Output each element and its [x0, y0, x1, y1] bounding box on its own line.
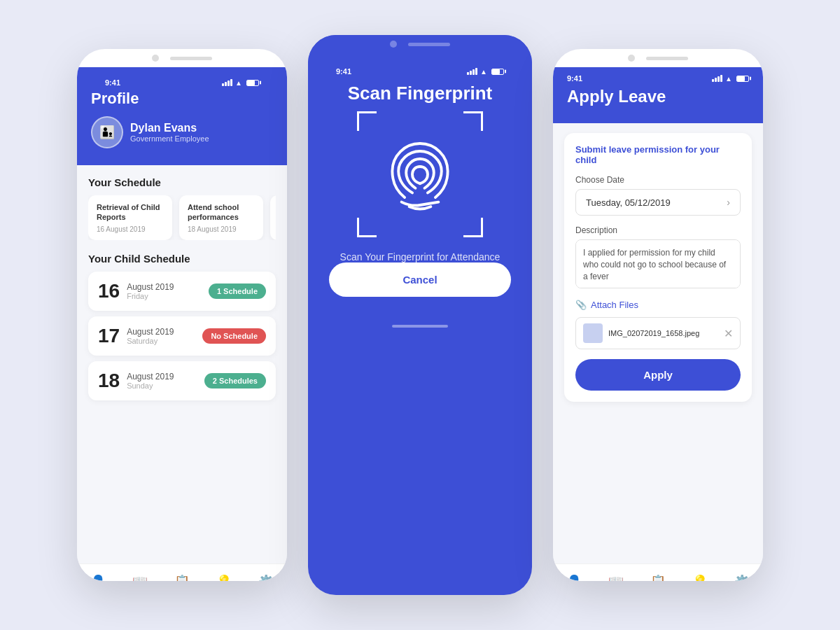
fp-area: Scan Your Fingerprint for Attendance: [340, 111, 500, 262]
time-1: 9:41: [105, 78, 120, 87]
date-month-1: August 2019: [127, 327, 174, 337]
date-month-2: August 2019: [127, 372, 174, 382]
nav-settings[interactable]: ⚙️: [255, 571, 276, 581]
badge-1: No Schedule: [202, 328, 266, 344]
status-bar-3: 9:41 ▲: [567, 74, 749, 87]
phone-profile: 9:41 ▲ Profile 👨‍👦 Dylan Evans: [77, 49, 287, 581]
child-schedule-item-1[interactable]: 17 August 2019 Saturday No Schedule: [88, 316, 276, 356]
nav-bulb-3[interactable]: 💡: [690, 571, 710, 581]
corner-bl: [357, 218, 377, 237]
schedule-card-title-1: Attend school performances: [188, 202, 255, 223]
description-input[interactable]: I applied for permission for my child wh…: [575, 239, 741, 288]
status-icons-3: ▲: [712, 75, 749, 83]
status-bar-2: 9:41 ▲: [329, 67, 511, 83]
corner-tl: [357, 111, 377, 131]
child-schedule-item-2[interactable]: 18 August 2019 Sunday 2 Schedules: [88, 361, 276, 400]
phone-fingerprint: 9:41 ▲ Scan Fingerprint: [308, 35, 532, 595]
avatar: 👨‍👦: [91, 116, 123, 148]
nav-profile[interactable]: 👤: [88, 571, 108, 581]
camera-dot: [152, 55, 159, 62]
bottom-nav-3: 👤 📖 📋 💡 ⚙️: [553, 564, 763, 581]
user-role: Government Employee: [130, 134, 209, 143]
wifi-icon-2: ▲: [480, 68, 487, 76]
date-num-1: 17: [98, 325, 120, 347]
leave-form-card: Submit leave permission for your child C…: [564, 133, 752, 402]
remove-file-button[interactable]: ✕: [724, 327, 733, 340]
submit-text: Submit leave permission for your child: [575, 144, 741, 165]
nav-list[interactable]: 📋: [172, 571, 192, 581]
camera-dot-3: [628, 55, 635, 62]
battery-icon-2: [491, 69, 504, 75]
nav-list-3[interactable]: 📋: [648, 571, 668, 581]
schedule-card-0[interactable]: Retrieval of Child Reports 16 August 201…: [88, 195, 172, 240]
fp-frame: [357, 111, 483, 237]
fp-title: Scan Fingerprint: [348, 83, 493, 104]
signal-icon-3: [712, 75, 722, 82]
apply-button[interactable]: Apply: [575, 359, 741, 391]
user-name: Dylan Evans: [130, 122, 209, 134]
corner-tr: [463, 111, 483, 131]
status-icons-2: ▲: [467, 68, 504, 76]
badge-2: 2 Schedules: [204, 373, 266, 388]
signal-icon: [222, 79, 232, 86]
date-day-2: Sunday: [127, 382, 174, 390]
attach-label: Attach Files: [591, 300, 638, 310]
nav-book-3[interactable]: 📖: [606, 571, 626, 581]
fp-subtitle: Scan Your Fingerprint for Attendance: [340, 251, 500, 262]
schedule-card-date-0: 16 August 2019: [97, 225, 164, 233]
schedule-cards: Retrieval of Child Reports 16 August 201…: [88, 195, 276, 240]
badge-0: 1 Schedule: [209, 284, 266, 299]
camera-dot-2: [390, 41, 397, 48]
chevron-right-icon: ›: [727, 197, 730, 208]
nav-bulb[interactable]: 💡: [214, 571, 234, 581]
date-value: Tuesday, 05/12/2019: [586, 197, 671, 208]
your-schedule-title: Your Schedule: [88, 176, 276, 188]
signal-icon-2: [467, 68, 477, 75]
time-2: 9:41: [336, 67, 351, 76]
description-label: Description: [575, 225, 741, 235]
speaker-bar-2: [408, 43, 450, 46]
nav-settings-3[interactable]: ⚙️: [732, 571, 752, 581]
date-num-2: 18: [98, 370, 120, 392]
schedule-card-date-1: 18 August 2019: [188, 225, 255, 233]
speaker-bar-3: [646, 57, 688, 60]
profile-user: 👨‍👦 Dylan Evans Government Employee: [91, 116, 273, 148]
date-num-0: 16: [98, 280, 120, 302]
phone-apply-leave: 9:41 ▲ Apply Leave Submit leave permissi…: [553, 49, 763, 581]
battery-icon-3: [736, 76, 749, 82]
wifi-icon: ▲: [235, 79, 242, 87]
profile-title: Profile: [91, 90, 273, 108]
schedule-card-2[interactable]: Semi meet 22 Oc...: [270, 195, 276, 240]
child-schedule-title: Your Child Schedule: [88, 253, 276, 265]
wifi-icon-3: ▲: [725, 75, 732, 83]
home-indicator-2: [392, 325, 448, 328]
fingerprint-svg: [382, 136, 458, 213]
nav-book[interactable]: 📖: [130, 571, 150, 581]
paperclip-icon: 📎: [575, 300, 587, 310]
date-label: Choose Date: [575, 175, 741, 185]
time-3: 9:41: [567, 74, 582, 83]
date-day-1: Saturday: [127, 337, 174, 345]
date-selector[interactable]: Tuesday, 05/12/2019 ›: [575, 189, 741, 216]
nav-profile-3[interactable]: 👤: [564, 571, 584, 581]
battery-icon: [246, 80, 259, 86]
cancel-button[interactable]: Cancel: [329, 262, 511, 297]
corner-br: [463, 218, 483, 237]
attach-files-button[interactable]: 📎 Attach Files: [575, 300, 741, 310]
child-schedule-item-0[interactable]: 16 August 2019 Friday 1 Schedule: [88, 272, 276, 311]
schedule-card-1[interactable]: Attend school performances 18 August 201…: [179, 195, 263, 240]
status-icons-1: ▲: [222, 79, 259, 87]
apply-leave-title: Apply Leave: [567, 87, 749, 106]
speaker-bar: [170, 57, 212, 60]
date-day-0: Friday: [127, 292, 174, 300]
attached-file-row: IMG_02072019_1658.jpeg ✕: [575, 317, 741, 349]
file-thumbnail: [583, 323, 603, 343]
bottom-nav-1: 👤 📖 📋 💡 ⚙️: [77, 564, 287, 581]
status-bar-1: 9:41 ▲: [91, 74, 273, 90]
date-month-0: August 2019: [127, 282, 174, 292]
schedule-card-title-0: Retrieval of Child Reports: [97, 202, 164, 223]
file-name: IMG_02072019_1658.jpeg: [608, 329, 724, 337]
